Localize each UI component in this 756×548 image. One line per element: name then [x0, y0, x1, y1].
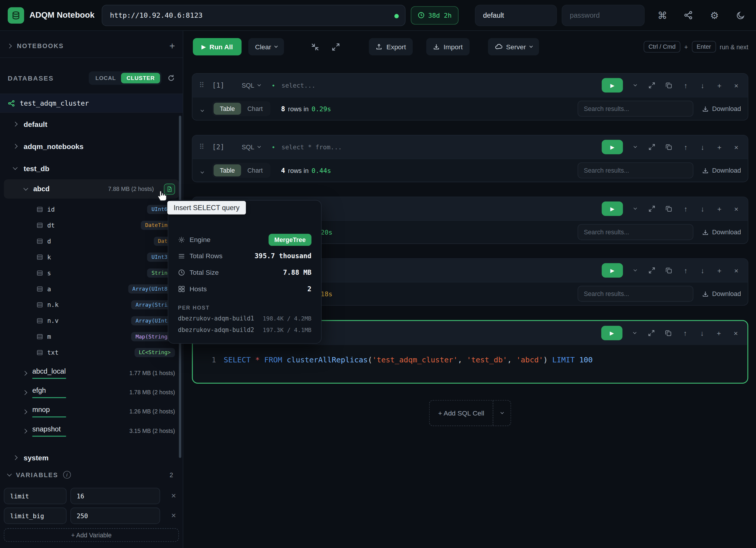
download-button[interactable]: Download	[702, 290, 741, 297]
collapse-cell-button[interactable]	[630, 332, 639, 333]
run-all-button[interactable]: ▶ Run All	[193, 38, 241, 56]
sidebar-table-snapshot[interactable]: snapshot 3.15 MB (2 hosts)	[0, 421, 183, 441]
remove-variable-button[interactable]: ×	[168, 491, 179, 501]
chevron-down-icon[interactable]	[493, 400, 511, 425]
sidebar-table-mnop[interactable]: mnop 1.26 MB (2 hosts)	[0, 402, 183, 421]
close-cell-button[interactable]: ×	[731, 143, 741, 151]
move-cell-down-button[interactable]: ↓	[698, 266, 707, 274]
column-row[interactable]: m Map(String…	[0, 329, 183, 345]
drag-handle-icon[interactable]: ⠿	[199, 81, 205, 89]
search-results-input[interactable]	[578, 286, 693, 302]
cluster-row[interactable]: test_adqm_cluster	[0, 94, 183, 113]
toggle-cluster[interactable]: CLUSTER	[121, 73, 160, 84]
variable-value-input[interactable]	[70, 508, 160, 524]
close-cell-button[interactable]: ×	[731, 81, 741, 89]
add-variable-button[interactable]: + Add Variable	[4, 528, 179, 542]
sidebar-db-test-db[interactable]: test_db	[0, 157, 183, 179]
duplicate-cell-button[interactable]	[664, 267, 674, 274]
column-row[interactable]: txt LC<String>	[0, 345, 183, 360]
expand-all-button[interactable]	[332, 43, 340, 51]
export-button[interactable]: Export	[369, 38, 413, 56]
add-sql-cell-button[interactable]: + Add SQL Cell	[429, 400, 511, 426]
variable-name-input[interactable]	[4, 488, 66, 504]
dark-mode-moon-icon[interactable]	[734, 9, 747, 21]
command-shortcuts-icon[interactable]: ⌘	[656, 9, 669, 21]
variable-name-input[interactable]	[4, 508, 66, 524]
move-cell-up-button[interactable]: ↑	[681, 143, 690, 151]
add-cell-below-button[interactable]: +	[715, 266, 724, 274]
tab-table[interactable]: Table	[214, 103, 241, 115]
variable-value-input[interactable]	[70, 488, 160, 504]
duplicate-cell-button[interactable]	[663, 329, 673, 336]
expand-cell-button[interactable]	[647, 144, 657, 151]
close-cell-button[interactable]: ×	[731, 205, 741, 213]
add-cell-below-button[interactable]: +	[715, 143, 724, 151]
username-input[interactable]	[475, 5, 557, 26]
remove-variable-button[interactable]: ×	[168, 511, 179, 521]
sidebar-table-abcd[interactable]: abcd 7.88 MB (2 hosts)	[4, 180, 179, 199]
sidebar-db-default[interactable]: default	[0, 113, 183, 135]
sidebar-table-abcd-local[interactable]: abcd_local 1.77 MB (1 hosts)	[0, 363, 183, 383]
column-row[interactable]: a Array(UInt8)	[0, 281, 183, 297]
download-button[interactable]: Download	[702, 105, 741, 112]
column-row[interactable]: d Date	[0, 234, 183, 250]
share-icon[interactable]	[682, 9, 695, 21]
move-cell-down-button[interactable]: ↓	[698, 143, 707, 151]
results-collapse-chevron[interactable]	[201, 166, 203, 175]
password-input[interactable]	[562, 5, 645, 26]
add-cell-below-button[interactable]: +	[715, 81, 724, 89]
move-cell-up-button[interactable]: ↑	[681, 81, 690, 89]
sidebar-db-system[interactable]: system	[0, 446, 183, 468]
collapse-cell-button[interactable]	[630, 85, 640, 86]
move-cell-down-button[interactable]: ↓	[698, 81, 707, 89]
run-cell-button[interactable]: ▶	[602, 140, 623, 154]
sidebar-table-efgh[interactable]: efgh 1.78 MB (2 hosts)	[0, 383, 183, 402]
clear-button[interactable]: Clear	[248, 38, 284, 56]
column-row[interactable]: n.k Array(Stri…	[0, 297, 183, 313]
tab-table[interactable]: Table	[214, 164, 241, 177]
search-results-input[interactable]	[578, 224, 693, 240]
add-cell-below-button[interactable]: +	[714, 329, 724, 337]
add-notebook-button[interactable]: +	[169, 40, 175, 52]
run-cell-button[interactable]: ▶	[602, 78, 623, 93]
download-button[interactable]: Download	[702, 229, 741, 236]
move-cell-up-button[interactable]: ↑	[681, 266, 690, 274]
search-results-input[interactable]	[578, 162, 693, 178]
search-results-input[interactable]	[578, 101, 693, 117]
collapse-cell-button[interactable]	[630, 208, 640, 209]
collapse-all-button[interactable]	[311, 43, 319, 51]
settings-gear-icon[interactable]: ⚙	[708, 9, 721, 21]
variables-header[interactable]: VARIABLES 2	[4, 466, 179, 484]
column-row[interactable]: dt DateTime	[0, 218, 183, 234]
refresh-databases-icon[interactable]	[167, 74, 175, 82]
duplicate-cell-button[interactable]	[664, 144, 674, 151]
server-button[interactable]: Server	[488, 38, 539, 56]
expand-cell-button[interactable]	[647, 267, 657, 274]
cell-language-select[interactable]: SQL	[242, 82, 261, 89]
move-cell-down-button[interactable]: ↓	[698, 205, 707, 213]
add-cell-below-button[interactable]: +	[715, 205, 724, 213]
expand-cell-button[interactable]	[647, 82, 657, 89]
column-row[interactable]: s String	[0, 265, 183, 281]
toggle-local[interactable]: LOCAL	[90, 73, 121, 84]
import-button[interactable]: Import	[426, 38, 469, 56]
expand-cell-button[interactable]	[647, 206, 657, 212]
results-collapse-chevron[interactable]	[201, 105, 203, 113]
column-row[interactable]: n.v Array(UInt…	[0, 313, 183, 329]
drag-handle-icon[interactable]: ⠿	[199, 143, 205, 151]
tab-chart[interactable]: Chart	[241, 164, 269, 177]
expand-cell-button[interactable]	[646, 329, 656, 336]
move-cell-up-button[interactable]: ↑	[680, 329, 690, 337]
run-cell-button[interactable]: ▶	[602, 263, 623, 278]
server-url-input[interactable]	[102, 5, 406, 26]
collapse-cell-button[interactable]	[630, 147, 640, 148]
close-cell-button[interactable]: ×	[731, 266, 741, 274]
close-cell-button[interactable]: ×	[731, 329, 741, 337]
download-button[interactable]: Download	[702, 167, 741, 174]
tab-chart[interactable]: Chart	[241, 103, 269, 115]
sql-editor[interactable]: 1 SELECT * FROM clusterAllReplicas('test…	[193, 345, 747, 382]
move-cell-down-button[interactable]: ↓	[697, 329, 707, 337]
cell-language-select[interactable]: SQL	[242, 144, 261, 151]
move-cell-up-button[interactable]: ↑	[681, 205, 690, 213]
duplicate-cell-button[interactable]	[664, 82, 674, 89]
